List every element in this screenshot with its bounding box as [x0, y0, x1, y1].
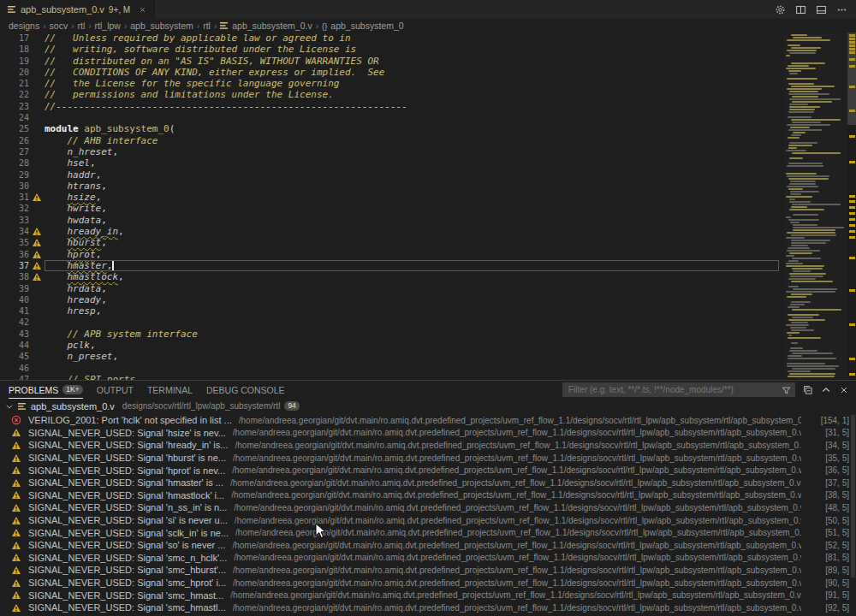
line-number[interactable]: 42: [0, 317, 29, 328]
line-number[interactable]: 30: [0, 181, 29, 192]
breadcrumb-item-apb_subsystem[interactable]: apb_subsystem: [130, 21, 193, 31]
line-number[interactable]: 28: [0, 157, 29, 169]
editor-line[interactable]: 27 n_hreset,: [0, 146, 779, 157]
problem-row[interactable]: SIGNAL_NEVER_USED: Signal 'si' is never …: [0, 514, 849, 527]
editor-line[interactable]: 47 // SPI ports: [0, 374, 779, 380]
line-number[interactable]: 26: [0, 135, 29, 146]
editor-line[interactable]: 23//------------------------------------…: [0, 101, 779, 112]
editor-line[interactable]: 33 hwdata,: [0, 215, 779, 226]
split-editor-icon[interactable]: [795, 4, 806, 15]
breadcrumb-item-rtl_lpw[interactable]: rtl_lpw: [95, 21, 121, 31]
more-actions-icon[interactable]: [836, 4, 847, 15]
editor-line[interactable]: 19// distributed on an "AS IS" BASIS, WI…: [0, 56, 779, 67]
line-number[interactable]: 27: [0, 146, 29, 157]
editor-line[interactable]: 24: [0, 112, 779, 123]
settings-gear-icon[interactable]: [775, 4, 786, 15]
problem-row[interactable]: SIGNAL_NEVER_USED: Signal 'hmastlock' i.…: [0, 489, 849, 502]
minimap[interactable]: [784, 33, 847, 380]
breadcrumb-item-designs[interactable]: designs: [9, 21, 39, 31]
panel-tab-debug-console[interactable]: DEBUG CONSOLE: [206, 381, 285, 399]
editor-scrollbar-thumb[interactable]: [847, 33, 856, 125]
editor-line[interactable]: 32 hwrite,: [0, 203, 779, 214]
editor-line[interactable]: 21// the License for the specific langua…: [0, 78, 779, 89]
line-number[interactable]: 46: [0, 363, 29, 374]
line-number[interactable]: 41: [0, 305, 29, 317]
editor-line[interactable]: 20// CONDITIONS OF ANY KIND, either expr…: [0, 67, 779, 78]
editor-line[interactable]: 17// Unless required by applicable law o…: [0, 33, 779, 44]
editor-line[interactable]: 22// permissions and limitations under t…: [0, 89, 779, 100]
problem-row[interactable]: SIGNAL_NEVER_USED: Signal 'smc_n_hclk'..…: [0, 552, 849, 565]
editor-line[interactable]: 37 hmaster,: [0, 260, 779, 271]
line-number[interactable]: 32: [0, 203, 29, 214]
problem-row[interactable]: SIGNAL_NEVER_USED: Signal 'hsize' is nev…: [0, 427, 849, 440]
line-number[interactable]: 24: [0, 112, 29, 123]
breadcrumb-item-apb_subsystem_0.v[interactable]: apb_subsystem_0.v: [220, 21, 312, 31]
editor-line[interactable]: 36 hprot,: [0, 249, 779, 260]
problem-row[interactable]: SIGNAL_NEVER_USED: Signal 'hburst' is ne…: [0, 452, 849, 465]
problem-row[interactable]: SIGNAL_NEVER_USED: Signal 'smc_hmast.../…: [0, 589, 849, 601]
line-number[interactable]: 44: [0, 340, 29, 351]
editor-line[interactable]: 44 pclk,: [0, 340, 779, 351]
line-number[interactable]: 34: [0, 226, 29, 237]
line-number[interactable]: 38: [0, 271, 29, 282]
problem-row[interactable]: SIGNAL_NEVER_USED: Signal 'hmaster' is .…: [0, 477, 849, 489]
line-number[interactable]: 39: [0, 283, 29, 294]
line-number[interactable]: 21: [0, 78, 29, 89]
editor-line[interactable]: 35 hburst,: [0, 237, 779, 248]
problem-row[interactable]: VERILOG_2001: Port 'hclk' not specified …: [0, 414, 849, 427]
line-number[interactable]: 31: [0, 192, 29, 203]
problem-row[interactable]: SIGNAL_NEVER_USED: Signal 'hready_in' is…: [0, 439, 849, 452]
collapse-all-icon[interactable]: [803, 385, 813, 395]
close-tab-icon[interactable]: [139, 6, 146, 14]
line-number[interactable]: 29: [0, 169, 29, 181]
breadcrumb-item-socv[interactable]: socv: [50, 21, 68, 31]
editor-line[interactable]: 40 hready,: [0, 294, 779, 305]
panel-tab-problems[interactable]: PROBLEMS1K+: [9, 381, 83, 399]
editor-line[interactable]: 46: [0, 363, 779, 374]
editor-line[interactable]: 30 htrans,: [0, 181, 779, 192]
editor-line[interactable]: 29 haddr,: [0, 169, 779, 181]
line-number[interactable]: 19: [0, 56, 29, 67]
line-number[interactable]: 33: [0, 215, 29, 226]
problems-file-group[interactable]: apb_subsystem_0.v designs/socv/rtl/rtl_l…: [0, 399, 856, 413]
line-number[interactable]: 18: [0, 44, 29, 55]
problem-row[interactable]: SIGNAL_NEVER_USED: Signal 'n_ss_in' is n…: [0, 501, 849, 514]
line-number[interactable]: 45: [0, 351, 29, 362]
breadcrumb-item-apb_subsystem_0[interactable]: {}apb_subsystem_0: [322, 21, 404, 31]
editor-line[interactable]: 38 hmastlock,: [0, 271, 779, 282]
code-editor[interactable]: 17// Unless required by applicable law o…: [0, 33, 856, 380]
editor-line[interactable]: 26 // AHB interface: [0, 135, 779, 146]
editor-line[interactable]: 39 hrdata,: [0, 283, 779, 294]
editor-line[interactable]: 43 // APB system interface: [0, 329, 779, 340]
line-number[interactable]: 47: [0, 374, 29, 380]
editor-lines[interactable]: 17// Unless required by applicable law o…: [0, 33, 779, 380]
line-number[interactable]: 20: [0, 67, 29, 78]
line-number[interactable]: 17: [0, 33, 29, 44]
panel-tab-terminal[interactable]: TERMINAL: [147, 381, 193, 399]
maximize-panel-icon[interactable]: [821, 385, 831, 395]
problem-row[interactable]: SIGNAL_NEVER_USED: Signal 'sclk_in' is n…: [0, 526, 849, 539]
chevron-down-icon[interactable]: [5, 402, 14, 411]
editor-line[interactable]: 28 hsel,: [0, 157, 779, 169]
problem-row[interactable]: SIGNAL_NEVER_USED: Signal 'smc_hprot' i.…: [0, 577, 849, 589]
line-number[interactable]: 23: [0, 101, 29, 112]
editor-line[interactable]: 31 hsize,: [0, 192, 779, 203]
tab-apb-subsystem-0[interactable]: apb_subsystem_0.v 9+, M: [0, 0, 155, 19]
editor-line[interactable]: 25module apb_subsystem_0(: [0, 123, 779, 134]
line-number[interactable]: 25: [0, 123, 29, 134]
line-number[interactable]: 37: [0, 260, 29, 271]
line-number[interactable]: 36: [0, 249, 29, 260]
problem-row[interactable]: SIGNAL_NEVER_USED: Signal 'hprot' is nev…: [0, 464, 849, 477]
line-number[interactable]: 43: [0, 329, 29, 340]
problem-row[interactable]: SIGNAL_NEVER_USED: Signal 'so' is never …: [0, 539, 849, 552]
panel-tab-output[interactable]: OUTPUT: [97, 381, 134, 399]
breadcrumb-item-rtl[interactable]: rtl: [203, 21, 211, 31]
line-number[interactable]: 35: [0, 237, 29, 248]
editor-line[interactable]: 42: [0, 317, 779, 328]
problem-row[interactable]: SIGNAL_NEVER_USED: Signal 'smc_hburst'..…: [0, 564, 849, 577]
toggle-panel-icon[interactable]: [816, 4, 827, 15]
line-number[interactable]: 22: [0, 89, 29, 100]
editor-line[interactable]: 18// writing, software distributed under…: [0, 44, 779, 55]
close-panel-icon[interactable]: [839, 385, 849, 395]
problem-row[interactable]: SIGNAL_NEVER_USED: Signal 'smc_hmastl...…: [0, 601, 849, 614]
